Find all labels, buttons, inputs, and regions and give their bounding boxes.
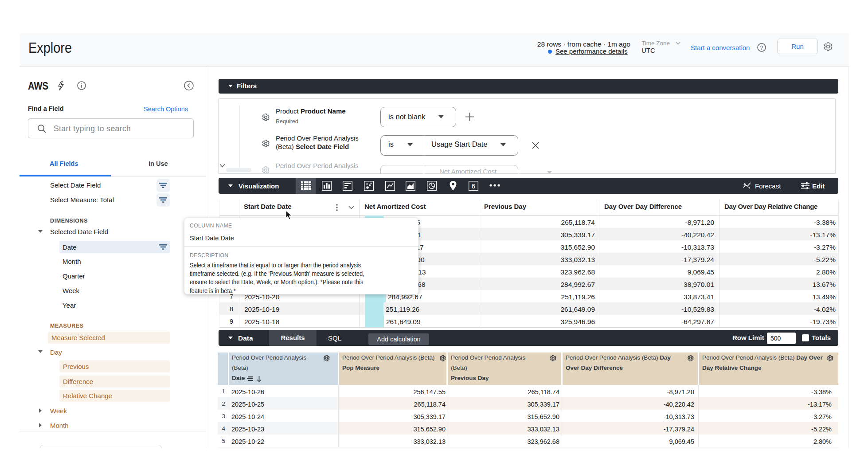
svg-text:6: 6 xyxy=(472,182,475,190)
svg-text:?: ? xyxy=(760,45,763,51)
